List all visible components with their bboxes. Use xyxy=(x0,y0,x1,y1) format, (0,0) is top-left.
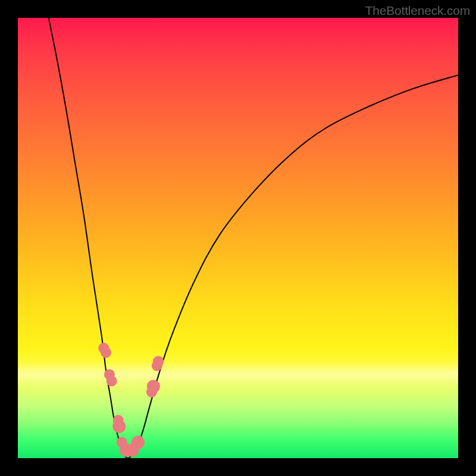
plot-area xyxy=(18,18,458,458)
data-point-marker xyxy=(153,356,164,367)
data-point-marker xyxy=(104,369,115,380)
data-point-marker xyxy=(98,343,109,353)
data-point-marker xyxy=(113,415,124,425)
data-point-marker xyxy=(131,436,145,449)
data-point-marker xyxy=(126,444,139,457)
highlight-band xyxy=(18,361,458,387)
data-point-marker xyxy=(117,437,127,447)
data-point-marker xyxy=(152,361,162,371)
data-point-marker xyxy=(146,387,157,397)
chart-frame: TheBottleneck.com xyxy=(0,0,476,476)
watermark-text: TheBottleneck.com xyxy=(365,4,470,18)
curve-layer xyxy=(18,18,458,458)
data-point-marker xyxy=(147,380,160,393)
data-point-marker xyxy=(112,420,126,433)
data-point-marker xyxy=(107,376,117,387)
bottleneck-curve xyxy=(49,18,458,458)
data-point-marker xyxy=(120,444,133,457)
data-point-marker xyxy=(101,347,111,358)
